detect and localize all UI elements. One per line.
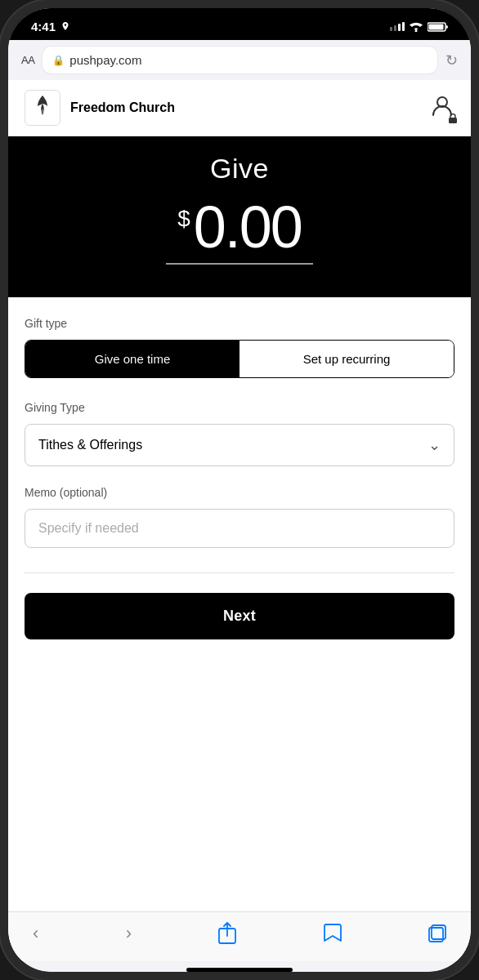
url-bar[interactable]: 🔒 pushpay.com (43, 47, 437, 74)
form-section: Gift type Give one time Set up recurring… (8, 297, 471, 912)
phone-screen: 4:41 (8, 8, 471, 972)
url-text: pushpay.com (69, 53, 141, 67)
home-indicator (186, 968, 293, 972)
church-logo-wrapper: Freedom Church (25, 90, 175, 126)
status-time-area: 4:41 (31, 20, 69, 33)
user-profile-icon-wrapper[interactable] (430, 94, 454, 122)
memo-input[interactable] (25, 509, 454, 548)
gift-type-label: Gift type (25, 317, 454, 330)
amount-underline (166, 263, 313, 265)
bottom-browser-nav: ‹ › (8, 911, 471, 961)
status-icons (390, 22, 448, 32)
set-up-recurring-button[interactable]: Set up recurring (239, 341, 454, 377)
browser-aa-button[interactable]: AA (21, 54, 34, 66)
forward-button[interactable]: › (126, 923, 132, 944)
user-lock-badge (448, 114, 458, 123)
hero-section: Give $ 0.00 (8, 136, 471, 297)
flame-icon (31, 94, 54, 122)
giving-type-dropdown[interactable]: Tithes & Offerings ⌄ (25, 424, 454, 466)
church-logo (25, 90, 60, 126)
giving-type-section: Giving Type Tithes & Offerings ⌄ (25, 401, 454, 466)
share-icon[interactable] (218, 922, 236, 945)
svg-rect-3 (449, 118, 457, 123)
app-header: Freedom Church (8, 80, 471, 136)
reload-icon[interactable]: ↻ (445, 51, 458, 69)
bookmarks-icon[interactable] (324, 923, 342, 944)
svg-rect-1 (429, 24, 444, 29)
time-display: 4:41 (31, 20, 56, 33)
wifi-icon (410, 22, 423, 32)
signal-bars (390, 22, 405, 31)
divider (25, 572, 454, 573)
memo-section: Memo (optional) (25, 486, 454, 548)
amount-display[interactable]: $ 0.00 (177, 198, 302, 256)
giving-type-label: Giving Type (25, 401, 454, 414)
amount-value: 0.00 (194, 198, 302, 256)
next-button[interactable]: Next (25, 593, 454, 639)
gift-type-section: Gift type Give one time Set up recurring (25, 317, 454, 378)
memo-label: Memo (optional) (25, 486, 454, 499)
church-name: Freedom Church (70, 100, 175, 115)
gift-type-toggle: Give one time Set up recurring (25, 340, 454, 378)
give-title: Give (210, 153, 269, 185)
lock-icon: 🔒 (52, 55, 65, 66)
tabs-icon[interactable] (428, 924, 446, 942)
back-button[interactable]: ‹ (33, 923, 38, 944)
dollar-sign: $ (177, 206, 190, 232)
battery-icon (428, 22, 448, 32)
location-icon (61, 22, 69, 32)
notch (178, 8, 301, 33)
giving-type-value: Tithes & Offerings (38, 438, 142, 452)
chevron-down-icon: ⌄ (428, 436, 441, 454)
give-one-time-button[interactable]: Give one time (25, 341, 239, 377)
phone-frame: 4:41 (0, 0, 479, 980)
browser-bar: AA 🔒 pushpay.com ↻ (8, 40, 471, 80)
